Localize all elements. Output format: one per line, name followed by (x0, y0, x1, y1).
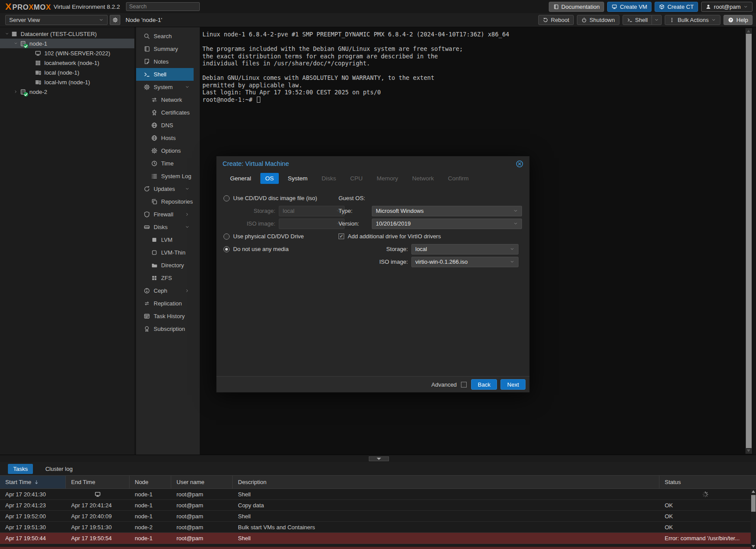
virtio-iso-select[interactable]: virtio-win-0.1.266.iso (411, 257, 518, 267)
radio-no-media[interactable] (223, 246, 230, 252)
nav-item-directory[interactable]: Directory (136, 259, 194, 272)
create-vm-button[interactable]: Create VM (607, 2, 652, 12)
nav-item-replication[interactable]: Replication (136, 297, 194, 310)
virtio-storage-select[interactable]: local (411, 244, 518, 255)
virtio-drivers-checkbox[interactable]: ✓ (338, 233, 344, 239)
storage-select-disabled: local (279, 206, 345, 216)
os-version-select[interactable]: 10/2016/2019 (372, 219, 522, 229)
shell-button[interactable]: Shell (623, 15, 652, 25)
column-header-user-name[interactable]: User name (171, 476, 233, 488)
close-icon[interactable] (516, 160, 523, 168)
tree-item-node-1[interactable]: node-1 (0, 39, 134, 48)
os-type-select[interactable]: Microsoft Windows (372, 206, 522, 216)
start-time-cell: Apr 17 20:41:23 (0, 500, 66, 510)
column-header-status[interactable]: Status (659, 476, 751, 488)
reboot-button[interactable]: Reboot (538, 15, 574, 25)
nav-item-subscription[interactable]: Subscription (136, 323, 194, 335)
dialog-tab-os[interactable]: OS (260, 173, 279, 184)
caret-down-icon[interactable] (185, 85, 190, 90)
caret-down-icon[interactable] (185, 187, 190, 191)
tree-item-local-node-1[interactable]: local (node-1) (0, 68, 134, 77)
column-header-end-time[interactable]: End Time (66, 476, 130, 488)
caret-down-icon[interactable] (185, 225, 190, 230)
nav-item-lvm-thin[interactable]: LVM-Thin (136, 246, 194, 259)
nav-item-options[interactable]: Options (136, 144, 194, 157)
nav-item-summary[interactable]: Summary (136, 43, 194, 55)
nav-item-system[interactable]: System (136, 81, 194, 93)
terminal-scrollbar[interactable] (745, 28, 752, 454)
dialog-tab-system[interactable]: System (283, 173, 313, 184)
panel-splitter[interactable] (0, 455, 756, 462)
shell-dropdown-button[interactable] (652, 15, 662, 25)
terminal-cursor (257, 97, 260, 103)
nav-item-disks[interactable]: Disks (136, 221, 194, 233)
splitter-collapse-handle[interactable] (369, 456, 389, 461)
nav-item-updates[interactable]: Updates (136, 183, 194, 195)
nav-item-lvm[interactable]: LVM (136, 233, 194, 246)
caret-right-icon[interactable] (185, 212, 190, 217)
nav-item-certificates[interactable]: Certificates (136, 106, 194, 119)
nav-item-repositories[interactable]: Repositories (136, 195, 194, 208)
advanced-checkbox[interactable] (461, 382, 467, 388)
create-ct-button[interactable]: Create CT (655, 2, 698, 12)
tab-tasks[interactable]: Tasks (8, 464, 33, 474)
next-button[interactable]: Next (500, 379, 526, 390)
tree-item-datacenter-test-cluster[interactable]: Datacenter (TEST-CLUSTER) (0, 29, 134, 39)
nav-item-firewall[interactable]: Firewall (136, 208, 194, 221)
tree-item-localnetwork-node-1[interactable]: localnetwork (node-1) (0, 58, 134, 68)
task-row[interactable]: Apr 17 19:50:44Apr 17 19:50:54node-1root… (0, 533, 756, 544)
tasks-scrollbar[interactable] (751, 489, 756, 549)
start-time-cell: Apr 17 19:51:30 (0, 522, 66, 532)
back-button[interactable]: Back (471, 379, 497, 390)
nav-item-shell[interactable]: Shell (136, 68, 194, 81)
nav-item-hosts[interactable]: Hosts (136, 132, 194, 144)
nav-item-search[interactable]: Search (136, 30, 194, 43)
caret-down-icon[interactable] (12, 41, 19, 46)
tab-cluster-log[interactable]: Cluster log (40, 464, 78, 474)
tree-item-node-2[interactable]: node-2 (0, 87, 134, 97)
bulk-actions-button[interactable]: Bulk Actions (665, 15, 720, 25)
view-mode-select[interactable]: Server View (5, 15, 108, 25)
radio-use-iso[interactable] (223, 195, 230, 201)
folder-icon (151, 262, 158, 269)
nav-item-dns[interactable]: DNS (136, 119, 194, 132)
nav-item-ceph[interactable]: Ceph (136, 284, 194, 297)
dialog-titlebar[interactable]: Create: Virtual Machine (216, 156, 529, 171)
nav-item-zfs[interactable]: ZFS (136, 272, 194, 284)
dialog-tab-general[interactable]: General (225, 173, 256, 184)
virtio-checkbox-row[interactable]: ✓ Add additional drive for VirtIO driver… (338, 230, 518, 243)
scrollbar-thumb[interactable] (746, 34, 752, 448)
radio-physical-drive[interactable] (223, 233, 230, 240)
disk-icon (144, 224, 150, 230)
radio-row-iso[interactable]: Use CD/DVD disc image file (iso) (223, 192, 355, 205)
caret-down-icon[interactable] (4, 32, 11, 36)
documentation-button[interactable]: Documentation (549, 2, 604, 12)
help-button[interactable]: ? Help (724, 15, 752, 25)
node-nav-menu: SearchSummaryNotesShellSystemNetworkCert… (136, 27, 200, 455)
scrollbar-thumb[interactable] (751, 495, 756, 512)
radio-row-no-media[interactable]: Do not use any media (223, 243, 355, 255)
column-header-description[interactable]: Description (233, 476, 659, 488)
caret-right-icon[interactable] (12, 90, 19, 94)
caret-right-icon[interactable] (185, 288, 190, 293)
radio-row-physical[interactable]: Use physical CD/DVD Drive (223, 230, 355, 243)
tree-item-102-win-server-2022[interactable]: 102 (WIN-SERVER-2022) (0, 48, 134, 58)
task-row[interactable]: Apr 17 19:51:30Apr 17 19:51:30node-2root… (0, 522, 756, 533)
end-time-cell: Apr 17 19:50:54 (66, 533, 130, 543)
column-header-node[interactable]: Node (130, 476, 171, 488)
terminal-line: permitted by applicable law. (202, 82, 743, 89)
task-row[interactable]: Apr 17 20:41:23Apr 17 20:41:24node-1root… (0, 500, 756, 511)
global-search-input[interactable] (126, 2, 200, 11)
tree-item-local-lvm-node-1[interactable]: local-lvm (node-1) (0, 77, 134, 87)
user-menu-button[interactable]: root@pam (701, 2, 752, 12)
nav-item-system-log[interactable]: System Log (136, 170, 194, 183)
task-row[interactable]: Apr 17 20:41:30node-1root@pamShell (0, 489, 756, 500)
nav-item-task-history[interactable]: Task History (136, 310, 194, 323)
nav-item-time[interactable]: Time (136, 157, 194, 170)
nav-item-network[interactable]: Network (136, 93, 194, 106)
column-header-start-time[interactable]: Start Time (0, 476, 66, 488)
nav-item-notes[interactable]: Notes (136, 55, 194, 68)
tree-settings-button[interactable] (110, 15, 120, 25)
task-row[interactable]: Apr 17 19:52:00Apr 17 20:40:09node-1root… (0, 511, 756, 522)
shutdown-button[interactable]: Shutdown (577, 15, 619, 25)
